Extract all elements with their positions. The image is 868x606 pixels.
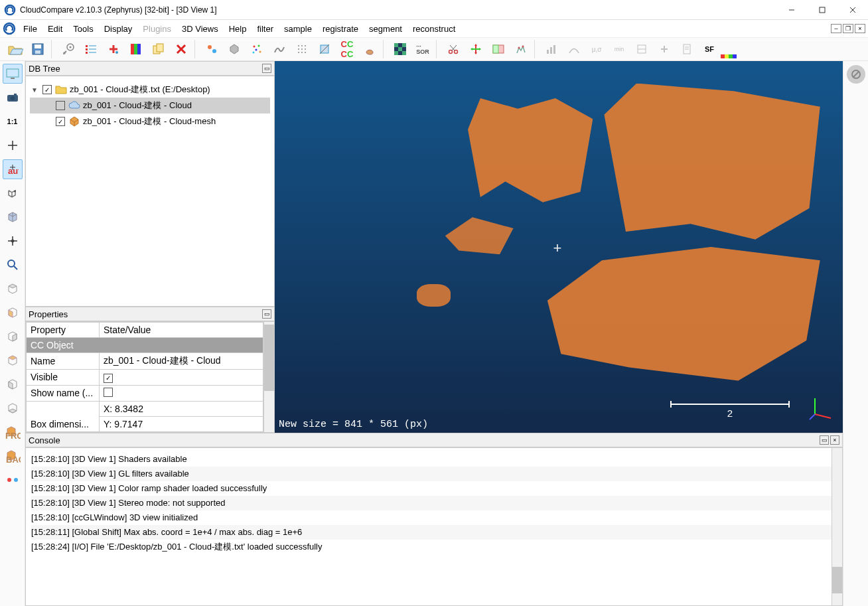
menu-help[interactable]: Help [224,22,252,36]
view-bottom-button[interactable] [3,398,23,418]
point-plus-button[interactable] [103,40,124,58]
3d-view[interactable]: + New size = 841 * 561 (px) 2 [275,61,843,433]
clone-button[interactable] [148,40,169,58]
console-header[interactable]: Console ▭ × [25,433,843,447]
lock-button[interactable] [847,65,865,84]
open-button[interactable] [5,40,26,58]
minimize-button[interactable] [776,0,807,20]
primitive-button[interactable] [359,40,380,58]
subsample-button[interactable] [291,40,313,58]
prop-col-value: State/Value [100,323,263,338]
svg-point-31 [255,49,257,51]
svg-rect-24 [157,44,163,52]
crosshair-icon: + [553,240,561,257]
cross-section-button[interactable] [314,40,335,58]
cloud-checkbox[interactable] [56,101,65,110]
front-box-button[interactable]: FRONT [3,422,23,442]
undock-icon[interactable]: ▭ [820,435,829,445]
mu-sigma-button[interactable]: μ,σ [586,40,607,58]
mdi-restore-icon[interactable]: ❐ [843,24,853,33]
tree-cloud[interactable]: zb_001 - Cloud-建模 - Cloud [30,98,270,114]
properties-header[interactable]: Properties ▭ [25,307,275,321]
section-button[interactable] [488,40,509,58]
plugin-c-button[interactable] [246,40,267,58]
menu-plugins[interactable]: Plugins [137,22,177,36]
menu-3dviews[interactable]: 3D Views [177,22,224,36]
close-button[interactable] [837,0,868,20]
shaded-cube-button[interactable] [3,207,23,227]
svg-point-52 [455,50,458,54]
svg-point-88 [8,260,15,267]
range-button[interactable] [631,40,652,58]
translate-button[interactable] [465,40,486,58]
view-toolbar: 1:1 auto FRONT BACK [0,61,25,606]
menu-segment[interactable]: segment [364,22,407,36]
dbtree-header[interactable]: DB Tree ▭ [25,61,275,76]
menu-tools[interactable]: Tools [68,22,98,36]
view-front-button[interactable] [3,303,23,323]
mdi-close-icon[interactable]: × [855,24,865,33]
svg-point-39 [305,48,306,50]
plugin-d-button[interactable] [269,40,290,58]
range-min-button[interactable]: min [609,40,630,58]
menu-file[interactable]: File [18,22,42,36]
plugin-b-button[interactable] [224,40,245,58]
view-top-button[interactable] [3,279,23,299]
list-button[interactable] [80,40,102,58]
mesh-checkbox[interactable]: ✓ [56,117,65,126]
menu-edit[interactable]: Edit [42,22,68,36]
histogram-button[interactable] [541,40,562,58]
view-screen-button[interactable] [3,64,23,84]
svg-point-34 [298,45,299,46]
root-checkbox[interactable]: ✓ [42,85,52,94]
iso-view-button[interactable] [3,183,23,203]
delete-button[interactable] [171,40,192,58]
svg-point-40 [298,52,299,53]
svg-point-38 [301,48,303,50]
center-button[interactable] [3,135,23,155]
curve-button[interactable] [563,40,585,58]
pick-rotation-center-button[interactable] [58,40,79,58]
view-left-button[interactable] [3,327,23,346]
trace-button[interactable] [510,40,532,58]
maximize-button[interactable] [807,0,837,20]
view-back-button[interactable] [3,350,23,370]
mdi-minimize-icon[interactable]: – [831,24,841,33]
sf-label-button[interactable]: SF [699,40,720,58]
showname-checkbox[interactable] [104,388,113,397]
sor-button[interactable]: ···SOR [412,40,433,58]
view-right-button[interactable] [3,374,23,394]
checker-button[interactable] [390,40,411,58]
visible-checkbox[interactable]: ✓ [104,374,113,383]
menu-filter[interactable]: filter [252,22,279,36]
move-button[interactable] [3,231,23,251]
tree-mesh[interactable]: ✓ zb_001 - Cloud-建模 - Cloud-mesh [30,114,270,129]
properties-scrollbar[interactable] [263,322,274,432]
cc-compare-button[interactable]: CCCC [336,40,358,58]
back-box-button[interactable]: BACK [3,446,23,466]
menu-sample[interactable]: sample [279,22,317,36]
auto-pick-center-button[interactable]: auto [3,159,23,179]
one-to-one-button[interactable]: 1:1 [3,112,23,131]
undock-icon[interactable]: ▭ [262,309,271,319]
zoom-button[interactable] [3,255,23,275]
sf-plus-button[interactable] [654,40,675,58]
menu-display[interactable]: Display [99,22,138,36]
right-toolbar [843,61,868,606]
svg-point-59 [518,47,520,49]
dbtree-panel: ▼ ✓ zb_001 - Cloud-建模.txt (E:/Desktop) z… [25,76,275,307]
menu-reconstruct[interactable]: reconstruct [407,22,461,36]
undock-icon[interactable]: ▭ [262,64,271,73]
scissors-button[interactable] [443,40,464,58]
menu-registrate[interactable]: registrate [317,22,364,36]
plugin-a-button[interactable] [201,40,222,58]
console-scrollbar[interactable] [832,448,842,605]
save-button[interactable] [27,40,48,58]
svg-point-32 [259,51,261,53]
sf-export-button[interactable] [676,40,697,58]
colors-button[interactable] [3,470,23,490]
rainbow-cube-button[interactable] [125,40,147,58]
tree-root[interactable]: ▼ ✓ zb_001 - Cloud-建模.txt (E:/Desktop) [30,82,270,98]
camera-button[interactable] [3,88,23,108]
close-panel-icon[interactable]: × [830,435,839,445]
